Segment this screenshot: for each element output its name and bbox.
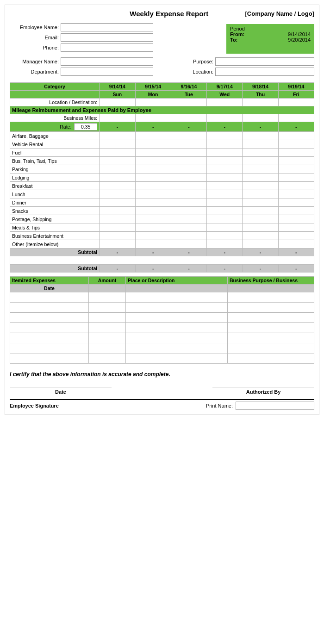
item-row-1-col-1[interactable]: [89, 303, 126, 313]
cat-13-day-1[interactable]: [135, 240, 171, 248]
cat-10-day-3[interactable]: [207, 215, 243, 223]
cat-2-day-1[interactable]: [135, 149, 171, 157]
cat-9-day-1[interactable]: [135, 207, 171, 215]
cat-5-day-2[interactable]: [171, 173, 206, 182]
cat-11-day-3[interactable]: [207, 223, 243, 232]
cat-4-day-1[interactable]: [135, 165, 171, 173]
rate-input[interactable]: [74, 123, 97, 130]
cat-9-day-3[interactable]: [207, 207, 243, 215]
item-row-0-col-0[interactable]: [10, 292, 89, 303]
cat-8-day-3[interactable]: [207, 198, 243, 207]
cat-1-day-2[interactable]: [171, 140, 206, 149]
cat-5-day-4[interactable]: [243, 173, 278, 182]
item-row-4-col-0[interactable]: [10, 333, 89, 343]
item-row-2-col-3[interactable]: [228, 313, 314, 323]
cat-8-day-5[interactable]: [278, 198, 314, 207]
cat-10-day-2[interactable]: [171, 215, 206, 223]
cat-1-day-3[interactable]: [207, 140, 243, 149]
item-row-4-col-1[interactable]: [89, 333, 126, 343]
cat-4-day-3[interactable]: [207, 165, 243, 173]
item-row-0-col-2[interactable]: [126, 292, 228, 303]
cat-11-day-1[interactable]: [135, 223, 171, 232]
cat-4-day-4[interactable]: [243, 165, 278, 173]
cat-2-day-4[interactable]: [243, 149, 278, 157]
cat-7-day-1[interactable]: [135, 190, 171, 198]
cat-3-day-4[interactable]: [243, 157, 278, 165]
item-row-2-col-2[interactable]: [126, 313, 228, 323]
cat-2-day-2[interactable]: [171, 149, 206, 157]
cat-9-day-0[interactable]: [100, 207, 135, 215]
cat-13-day-2[interactable]: [171, 240, 206, 248]
cat-7-day-3[interactable]: [207, 190, 243, 198]
item-row-6-col-3[interactable]: [228, 353, 314, 364]
loc-5[interactable]: [278, 99, 314, 106]
cat-7-day-4[interactable]: [243, 190, 278, 198]
cat-7-day-0[interactable]: [100, 190, 135, 198]
item-row-5-col-3[interactable]: [228, 343, 314, 353]
cat-1-day-4[interactable]: [243, 140, 278, 149]
item-row-1-col-2[interactable]: [126, 303, 228, 313]
cat-12-day-0[interactable]: [100, 232, 135, 240]
item-row-1-col-0[interactable]: [10, 303, 89, 313]
employee-name-input[interactable]: [61, 23, 153, 31]
cat-10-day-4[interactable]: [243, 215, 278, 223]
cat-12-day-3[interactable]: [207, 232, 243, 240]
cat-12-day-5[interactable]: [278, 232, 314, 240]
bm-0[interactable]: [100, 114, 135, 122]
cat-13-day-4[interactable]: [243, 240, 278, 248]
cat-6-day-4[interactable]: [243, 182, 278, 190]
cat-9-day-4[interactable]: [243, 207, 278, 215]
loc-2[interactable]: [171, 99, 206, 106]
cat-10-day-1[interactable]: [135, 215, 171, 223]
item-row-1-col-3[interactable]: [228, 303, 314, 313]
loc-0[interactable]: [100, 99, 135, 106]
cat-6-day-0[interactable]: [100, 182, 135, 190]
cat-6-day-5[interactable]: [278, 182, 314, 190]
cat-4-day-0[interactable]: [100, 165, 135, 173]
item-row-2-col-1[interactable]: [89, 313, 126, 323]
cat-13-day-5[interactable]: [278, 240, 314, 248]
cat-2-day-0[interactable]: [100, 149, 135, 157]
cat-7-day-2[interactable]: [171, 190, 206, 198]
cat-8-day-0[interactable]: [100, 198, 135, 207]
cat-0-day-1[interactable]: [135, 132, 171, 140]
cat-0-day-5[interactable]: [278, 132, 314, 140]
cat-12-day-4[interactable]: [243, 232, 278, 240]
cat-0-day-0[interactable]: [100, 132, 135, 140]
item-row-3-col-0[interactable]: [10, 323, 89, 333]
cat-11-day-0[interactable]: [100, 223, 135, 232]
item-row-4-col-2[interactable]: [126, 333, 228, 343]
cat-8-day-1[interactable]: [135, 198, 171, 207]
item-row-3-col-3[interactable]: [228, 323, 314, 333]
cat-2-day-5[interactable]: [278, 149, 314, 157]
cat-0-day-2[interactable]: [171, 132, 206, 140]
bm-4[interactable]: [243, 114, 278, 122]
item-row-0-col-1[interactable]: [89, 292, 126, 303]
cat-12-day-2[interactable]: [171, 232, 206, 240]
cat-4-day-5[interactable]: [278, 165, 314, 173]
cat-5-day-5[interactable]: [278, 173, 314, 182]
cat-1-day-0[interactable]: [100, 140, 135, 149]
cat-5-day-1[interactable]: [135, 173, 171, 182]
item-row-5-col-0[interactable]: [10, 343, 89, 353]
item-row-5-col-1[interactable]: [89, 343, 126, 353]
cat-11-day-4[interactable]: [243, 223, 278, 232]
cat-2-day-3[interactable]: [207, 149, 243, 157]
cat-1-day-5[interactable]: [278, 140, 314, 149]
dept-input[interactable]: [61, 68, 153, 76]
cat-3-day-3[interactable]: [207, 157, 243, 165]
cat-9-day-2[interactable]: [171, 207, 206, 215]
cat-9-day-5[interactable]: [278, 207, 314, 215]
bm-5[interactable]: [278, 114, 314, 122]
email-input[interactable]: [61, 33, 153, 42]
cat-11-day-5[interactable]: [278, 223, 314, 232]
print-name-input[interactable]: [236, 402, 314, 410]
cat-13-day-3[interactable]: [207, 240, 243, 248]
manager-name-input[interactable]: [61, 57, 153, 66]
cat-7-day-5[interactable]: [278, 190, 314, 198]
cat-12-day-1[interactable]: [135, 232, 171, 240]
item-row-4-col-3[interactable]: [228, 333, 314, 343]
item-row-3-col-1[interactable]: [89, 323, 126, 333]
cat-10-day-0[interactable]: [100, 215, 135, 223]
cat-8-day-4[interactable]: [243, 198, 278, 207]
